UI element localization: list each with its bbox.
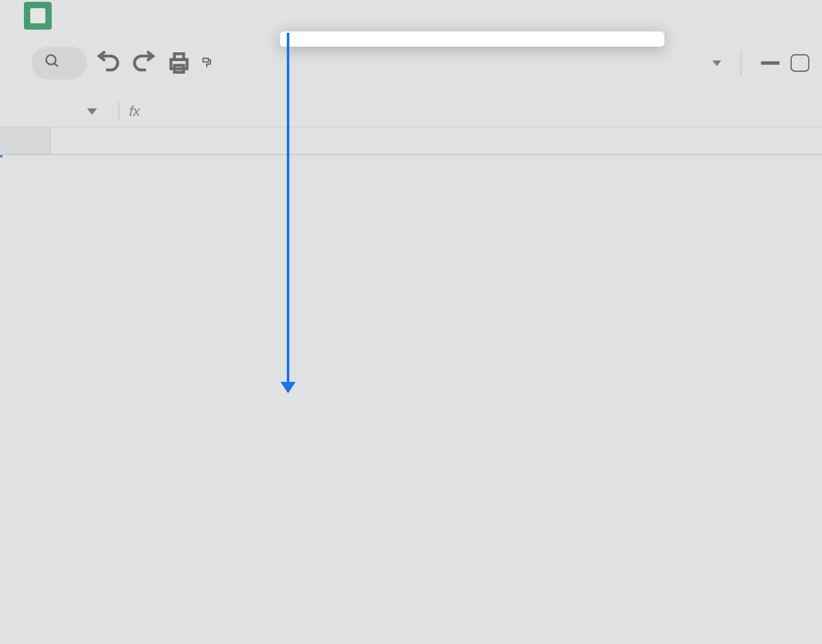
sheets-logo xyxy=(24,2,52,30)
format-menu-dropdown xyxy=(280,32,664,47)
print-button[interactable] xyxy=(165,49,193,77)
undo-button[interactable] xyxy=(95,49,122,77)
toolbar-divider xyxy=(741,50,741,76)
svg-point-0 xyxy=(46,55,55,64)
spreadsheet-grid[interactable] xyxy=(0,127,822,155)
namebox-caret-icon xyxy=(87,108,97,115)
svg-line-1 xyxy=(54,63,57,66)
select-all-corner[interactable] xyxy=(0,127,50,154)
paint-format-button[interactable] xyxy=(200,49,213,77)
dropdown-caret[interactable] xyxy=(703,49,731,77)
menubar xyxy=(0,0,822,32)
search-icon xyxy=(44,53,61,73)
selection-outline xyxy=(0,155,3,158)
collapse-toolbar-button[interactable] xyxy=(756,49,784,77)
svg-rect-3 xyxy=(175,54,184,59)
namebox[interactable] xyxy=(0,108,108,115)
menus-search[interactable] xyxy=(32,47,87,79)
svg-rect-5 xyxy=(203,59,208,62)
side-panel-button[interactable] xyxy=(790,54,809,72)
toolbar xyxy=(0,44,822,82)
fx-icon: fx xyxy=(129,103,140,120)
annotation-arrow xyxy=(287,33,289,392)
divider xyxy=(119,102,119,121)
formula-bar: fx xyxy=(0,96,822,127)
redo-button[interactable] xyxy=(130,49,158,77)
